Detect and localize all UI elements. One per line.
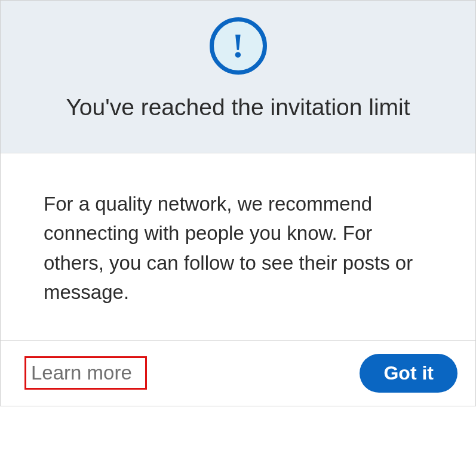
got-it-button[interactable]: Got it [360,354,457,393]
dialog-footer: Learn more Got it [1,341,475,406]
exclamation-icon: ! [210,17,267,75]
dialog-body-text: For a quality network, we recommend conn… [44,189,432,307]
invitation-limit-dialog: ! You've reached the invitation limit Fo… [0,0,476,406]
dialog-title: You've reached the invitation limit [24,92,452,123]
dialog-body: For a quality network, we recommend conn… [1,153,475,341]
exclamation-mark: ! [232,29,244,63]
icon-wrapper: ! [24,17,452,75]
dialog-header: ! You've reached the invitation limit [1,1,475,153]
learn-more-link[interactable]: Learn more [24,356,147,390]
